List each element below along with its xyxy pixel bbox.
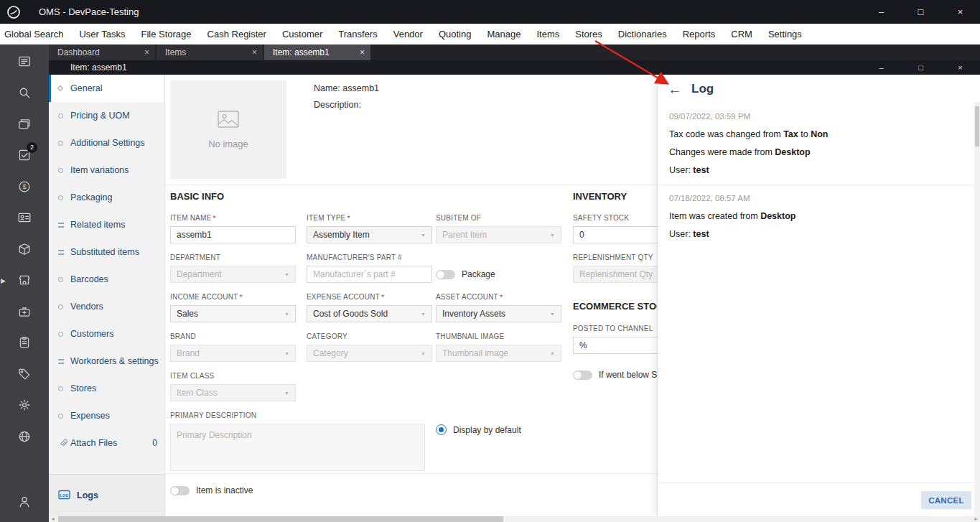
panel-expander-icon[interactable]: ▶ xyxy=(1,277,6,284)
menu-settings[interactable]: Settings xyxy=(760,24,810,44)
menu-stores[interactable]: Stores xyxy=(567,24,610,44)
window-title: OMS - DevPace-Testing xyxy=(39,6,139,17)
nav-item-item-variations[interactable]: Item variations xyxy=(49,157,164,184)
nav-item-related-items[interactable]: Related items xyxy=(49,211,164,238)
item-image-placeholder[interactable]: No image xyxy=(170,80,286,179)
clipboard-button[interactable] xyxy=(0,327,49,359)
notification-badge: 2 xyxy=(27,142,37,153)
item-inactive-toggle[interactable]: Item is inactive xyxy=(170,485,253,495)
customer-button[interactable] xyxy=(0,202,49,234)
user-button[interactable] xyxy=(0,487,49,518)
menu-user-tasks[interactable]: User Tasks xyxy=(71,24,133,44)
caret-down-icon: ▼ xyxy=(284,272,289,277)
display-by-default-radio[interactable]: Display by default xyxy=(436,424,521,435)
menu-manage[interactable]: Manage xyxy=(479,24,528,44)
toggle-off-icon xyxy=(170,486,190,495)
tab-close-icon[interactable]: × xyxy=(355,47,365,57)
close-button[interactable]: × xyxy=(941,0,980,24)
nav-item-general[interactable]: General xyxy=(49,75,164,102)
scrollbar-thumb[interactable] xyxy=(975,106,979,146)
nav-item-stores[interactable]: Stores xyxy=(49,375,164,402)
cancel-button[interactable]: CANCEL xyxy=(921,491,971,509)
settings-button[interactable] xyxy=(0,390,49,421)
menu-items[interactable]: Items xyxy=(528,24,567,44)
expense-account-select[interactable]: Cost of Goods Sold▼ xyxy=(307,305,432,322)
globe-button[interactable] xyxy=(0,421,49,452)
medkit-button[interactable] xyxy=(0,296,49,327)
menu-cash-register[interactable]: Cash Register xyxy=(200,24,274,44)
caret-down-icon: ▼ xyxy=(421,233,426,238)
log-timestamp: 09/07/2022, 03:59 PM xyxy=(669,112,963,121)
items-button[interactable] xyxy=(0,233,49,265)
nav-item-vendors[interactable]: Vendors xyxy=(49,293,164,320)
nav-item-barcodes[interactable]: Barcodes xyxy=(49,266,164,293)
nav-equals-icon xyxy=(58,359,70,364)
tab-item-assemb1[interactable]: Item: assemb1× xyxy=(264,45,370,60)
nav-item-additional-settings[interactable]: Additional Settings xyxy=(49,129,164,157)
nav-icon-shape xyxy=(58,304,63,309)
menu-customer[interactable]: Customer xyxy=(274,24,330,44)
primary-description-textarea[interactable]: Primary Description xyxy=(170,424,425,471)
name-value: assemb1 xyxy=(342,83,379,93)
cash-register-button[interactable]: $ xyxy=(0,171,49,202)
item-window-close-button[interactable]: × xyxy=(941,60,980,75)
income-account-select[interactable]: Sales▼ xyxy=(170,305,296,322)
package-toggle[interactable]: Package xyxy=(436,269,495,279)
maximize-icon: □ xyxy=(918,6,924,17)
dashboard-button[interactable] xyxy=(0,46,49,78)
nav-item-logs[interactable]: LOG Logs xyxy=(49,474,164,516)
item-name-input[interactable]: assemb1 xyxy=(170,226,296,243)
search-button[interactable] xyxy=(0,78,49,109)
log-text-segment: Item was created from xyxy=(669,211,760,221)
settings-icon xyxy=(17,398,32,412)
item-type-select[interactable]: Assembly Item▼ xyxy=(307,226,432,243)
file-storage-button[interactable] xyxy=(0,108,49,140)
menu-dictionaries[interactable]: Dictionaries xyxy=(610,24,675,44)
tasks-button[interactable]: 2 xyxy=(0,140,49,172)
tab-dashboard[interactable]: Dashboard× xyxy=(49,45,155,60)
menu-global-search[interactable]: Global Search xyxy=(0,24,71,44)
nav-diamond-icon xyxy=(58,86,70,90)
item-window-minimize-button[interactable]: – xyxy=(862,60,901,75)
asset-account-select[interactable]: Inventory Assets▼ xyxy=(436,305,561,322)
nav-item-expenses[interactable]: Expenses xyxy=(49,402,164,429)
file-storage-icon xyxy=(17,117,32,131)
nav-item-packaging[interactable]: Packaging xyxy=(49,184,164,211)
item-window-restore-button[interactable]: □ xyxy=(901,60,941,75)
nav-item-workorders-settings[interactable]: Workorders & settings xyxy=(49,348,164,375)
cash-register-icon: $ xyxy=(17,180,32,194)
below-safety-toggle[interactable]: If went below Sa xyxy=(573,370,662,380)
nav-item-attach-files[interactable]: Attach Files0 xyxy=(49,429,164,457)
nav-item-customers[interactable]: Customers xyxy=(49,320,164,348)
back-button[interactable]: ← xyxy=(668,82,682,96)
field-label: ITEM NAME* xyxy=(170,214,296,223)
field-label: DEPARTMENT xyxy=(170,253,296,262)
field-item-name: ITEM NAME*assemb1 xyxy=(170,214,296,243)
field-label: PRIMARY DESCRIPTION xyxy=(170,411,425,420)
log-scrollbar[interactable] xyxy=(974,102,980,516)
menu-quoting[interactable]: Quoting xyxy=(431,24,480,44)
stores-button[interactable] xyxy=(0,265,49,297)
nav-item-label: General xyxy=(70,83,102,93)
tag-button[interactable] xyxy=(0,358,49,390)
menu-transfers[interactable]: Transfers xyxy=(330,24,385,44)
tab-close-icon[interactable]: × xyxy=(248,47,257,57)
menu-file-storage[interactable]: File Storage xyxy=(133,24,199,44)
horizontal-scrollbar[interactable]: ◄ ► xyxy=(49,516,980,522)
nav-item-pricing-uom[interactable]: Pricing & UOM xyxy=(49,102,164,129)
tab-close-icon[interactable]: × xyxy=(140,47,149,57)
nav-icon-shape xyxy=(58,414,63,419)
nav-item-substituted-items[interactable]: Substituted items xyxy=(49,238,164,266)
maximize-button[interactable]: □ xyxy=(901,0,941,24)
field-label-text: BRAND xyxy=(170,332,196,340)
minimize-button[interactable]: – xyxy=(862,0,901,24)
scroll-right-icon[interactable]: ► xyxy=(974,516,979,522)
menu-vendor[interactable]: Vendor xyxy=(386,24,431,44)
menu-reports[interactable]: Reports xyxy=(675,24,724,44)
scroll-left-icon[interactable]: ◄ xyxy=(50,516,55,522)
manufacturer-s-part-input[interactable]: Manufacturer`s part # xyxy=(307,266,432,283)
tab-items[interactable]: Items× xyxy=(157,45,263,60)
log-panel-footer: CANCEL xyxy=(658,483,974,516)
scrollbar-thumb[interactable] xyxy=(58,516,503,522)
menu-crm[interactable]: CRM xyxy=(723,24,760,44)
